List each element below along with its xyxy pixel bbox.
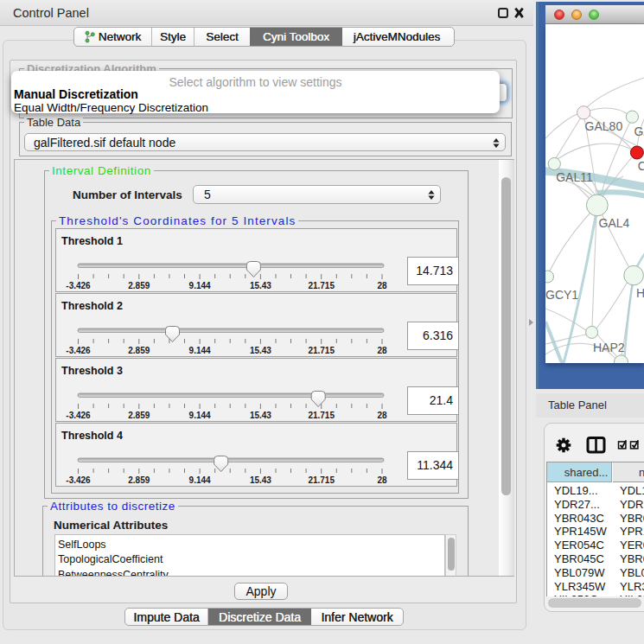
- svg-text:GCY1: GCY1: [545, 288, 578, 302]
- svg-text:GAL: GAL: [634, 124, 644, 138]
- svg-text:GAL11: GAL11: [556, 170, 593, 184]
- svg-text:HIS: HIS: [636, 286, 644, 300]
- svg-text:GAL4: GAL4: [599, 216, 630, 230]
- svg-text:C: C: [638, 159, 644, 173]
- svg-text:HAP2: HAP2: [593, 341, 625, 354]
- svg-text:GAL80: GAL80: [585, 119, 623, 133]
